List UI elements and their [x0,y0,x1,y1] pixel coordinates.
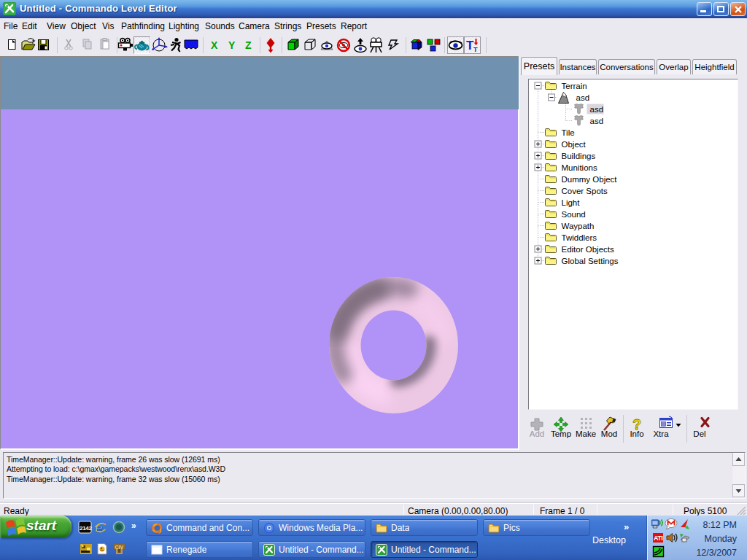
svg-text:Cover Spots: Cover Spots [562,187,608,195]
svg-text:Light: Light [562,198,581,207]
svg-text:Make: Make [576,429,596,438]
svg-text:Twiddlers: Twiddlers [562,233,597,242]
svg-text:Xtra: Xtra [653,429,669,438]
svg-text:Tile: Tile [562,128,575,137]
svg-text:Global Settings: Global Settings [562,257,619,265]
svg-text:Add: Add [530,429,544,438]
svg-text:Z: Z [245,39,252,51]
svg-text:Buildings: Buildings [562,152,596,160]
svg-text:Object: Object [562,140,587,149]
svg-text:X: X [211,39,218,51]
svg-text:2142: 2142 [80,525,92,532]
svg-text:CIV: CIV [115,545,124,550]
svg-text:e: e [95,520,103,535]
svg-text:»: » [131,521,136,531]
svg-text:ATI: ATI [654,534,662,542]
svg-text:Temp: Temp [551,429,571,438]
svg-text:Y: Y [228,39,236,51]
svg-text:Waypath: Waypath [562,222,595,230]
svg-text:Dummy Object: Dummy Object [562,175,618,184]
svg-text:T: T [473,46,478,53]
svg-text:Del: Del [693,429,705,438]
svg-text:asd: asd [590,105,604,114]
svg-text:Terrain: Terrain [562,82,587,90]
svg-text:asd: asd [576,93,590,102]
svg-text:Editor Objects: Editor Objects [562,245,614,254]
svg-text:asd: asd [590,117,604,125]
svg-text:Mod: Mod [601,429,617,438]
svg-text:Sound: Sound [562,210,586,219]
svg-text:Info: Info [630,429,643,438]
svg-text:Munitions: Munitions [562,163,597,172]
